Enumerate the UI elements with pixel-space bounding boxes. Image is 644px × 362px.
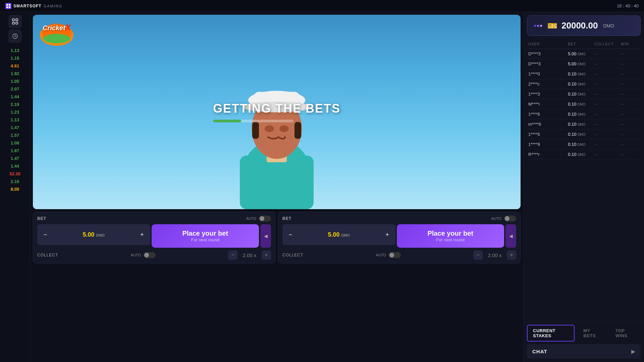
- stakes-collect: --: [594, 112, 621, 117]
- svg-rect-21: [252, 122, 259, 139]
- bet-panel-1: BET AUTO − 5.00 DMO +: [33, 212, 275, 263]
- tab-current-stakes[interactable]: CURRENT STAKES: [527, 325, 575, 342]
- stakes-user: 1****0: [528, 71, 568, 76]
- stakes-bet: 0.10 DMO: [568, 71, 594, 76]
- table-row: 1****0 0.10 DMO -- --: [527, 69, 641, 79]
- collect-auto-toggle-1[interactable]: [144, 252, 156, 258]
- stakes-user: M****i: [528, 102, 568, 107]
- toggle-knob-1: [260, 216, 264, 221]
- col-user: USER: [528, 42, 568, 46]
- multiplier-item[interactable]: 1.13: [5, 47, 25, 54]
- table-row: M****i 0.10 DMO -- --: [527, 99, 641, 109]
- collect-value-row-2: − 2.00 x +: [473, 250, 516, 260]
- svg-point-11: [43, 34, 70, 43]
- auto-label-1: AUTO: [246, 217, 256, 221]
- wallet-icon: 🎫: [547, 21, 557, 31]
- collect-minus-1[interactable]: −: [228, 250, 237, 260]
- main-layout: 1.13 1.15 4.61 1.92 1.05 2.07 1.44 2.19 …: [0, 12, 644, 362]
- multiplier-item[interactable]: 1.92: [5, 70, 25, 77]
- multiplier-item[interactable]: 1.47: [5, 124, 25, 131]
- stakes-collect: --: [594, 102, 621, 107]
- multiplier-item[interactable]: 2.07: [5, 85, 25, 93]
- stakes-user: 1****9: [528, 142, 568, 147]
- history-button[interactable]: [8, 29, 22, 43]
- multiplier-item[interactable]: 1.87: [5, 147, 25, 154]
- stakes-user: R****r: [528, 152, 568, 157]
- table-row: 2****c 0.10 DMO -- --: [527, 79, 641, 89]
- balance-amount: 20000.00: [561, 20, 598, 31]
- toggle-knob-2: [505, 216, 509, 221]
- stakes-bet: 0.10 DMO: [568, 92, 594, 97]
- multiplier-item[interactable]: 1.44: [5, 163, 25, 170]
- place-bet-btn-1[interactable]: Place your bet For next round: [152, 224, 259, 248]
- collapse-btn-2[interactable]: ◀: [505, 224, 516, 248]
- brand-sub: GAMING: [44, 4, 63, 8]
- betting-area: BET AUTO − 5.00 DMO +: [30, 209, 523, 266]
- collect-value-display-1: 2.00 x: [239, 252, 260, 258]
- multiplier-item[interactable]: 1.47: [5, 155, 25, 162]
- multiplier-item[interactable]: 2.19: [5, 101, 25, 108]
- table-row: D****3 5.00 DMO -- --: [527, 59, 641, 69]
- multiplier-item[interactable]: 1.08: [5, 139, 25, 146]
- collect-row-1: COLLECT AUTO − 2.00 x +: [37, 250, 271, 260]
- collect-minus-2[interactable]: −: [473, 250, 483, 260]
- place-bet-sub-text-2: For next round: [436, 237, 465, 242]
- collect-auto-label-1: AUTO: [131, 253, 141, 257]
- clock: 16 : 40 : 40: [617, 3, 639, 8]
- top-bar: SMARTSOFT GAMING 16 : 40 : 40: [0, 0, 644, 12]
- collect-plus-2[interactable]: +: [507, 250, 516, 260]
- center-area: CricketX: [30, 12, 523, 362]
- multiplier-item[interactable]: 1.15: [5, 55, 25, 62]
- multiplier-item[interactable]: 2.16: [5, 178, 25, 185]
- tab-my-bets[interactable]: MY BETS: [577, 325, 607, 342]
- stakes-collect: --: [594, 61, 621, 66]
- place-bet-btn-2[interactable]: Place your bet For next round: [397, 224, 504, 248]
- collect-auto-toggle-2[interactable]: [389, 252, 401, 258]
- bet-plus-1[interactable]: +: [137, 229, 148, 240]
- tab-top-wins[interactable]: TOP WINS: [609, 325, 641, 342]
- multiplier-item[interactable]: 1.05: [5, 78, 25, 85]
- place-bet-sub-text-1: For next round: [191, 237, 219, 242]
- stakes-win: --: [621, 61, 639, 66]
- stakes-collect: --: [594, 122, 621, 127]
- stakes-bet: 0.10 DMO: [568, 112, 594, 117]
- stakes-user: 1****6: [528, 112, 568, 117]
- brand-area: SMARTSOFT GAMING: [5, 3, 62, 9]
- auto-label-2: AUTO: [491, 217, 501, 221]
- stakes-collect: --: [594, 81, 621, 86]
- cricket-logo: CricketX: [38, 20, 75, 47]
- place-bet-main-text-2: Place your bet: [427, 230, 473, 237]
- table-row: 1****3 0.10 DMO -- --: [527, 89, 641, 99]
- multiplier-item[interactable]: 1.23: [5, 109, 25, 116]
- bet-plus-2[interactable]: +: [382, 229, 393, 240]
- stakes-win: --: [621, 122, 639, 127]
- chat-area[interactable]: CHAT ▶: [527, 344, 641, 359]
- multiplier-item[interactable]: 52.30: [5, 170, 25, 177]
- bottom-tabs: CURRENT STAKES MY BETS TOP WINS: [524, 322, 644, 344]
- stakes-bet: 0.10 DMO: [568, 142, 594, 147]
- auto-toggle-2[interactable]: [504, 216, 516, 222]
- auto-toggle-1[interactable]: [259, 216, 271, 222]
- collapse-btn-1[interactable]: ◀: [260, 224, 271, 248]
- progress-bar: [213, 120, 293, 122]
- player-figure: [210, 48, 344, 209]
- chat-label: CHAT: [532, 349, 547, 354]
- multiplier-item[interactable]: 4.61: [5, 62, 25, 69]
- stakes-win: --: [621, 71, 639, 76]
- game-status-overlay: GETTING THE BETS: [213, 102, 340, 122]
- bet-minus-1[interactable]: −: [40, 229, 51, 240]
- multiplier-item[interactable]: 1.13: [5, 116, 25, 123]
- sidebar-controls: [8, 15, 22, 43]
- collect-label-1: COLLECT: [37, 253, 58, 257]
- multiplier-item[interactable]: 1.44: [5, 93, 25, 100]
- multiplier-item[interactable]: 1.57: [5, 132, 25, 139]
- stakes-collect: --: [594, 92, 621, 97]
- table-row: 1****6 0.10 DMO -- --: [527, 109, 641, 119]
- stakes-win: --: [621, 112, 639, 117]
- bet-minus-2[interactable]: −: [285, 229, 296, 240]
- grid-button[interactable]: [8, 15, 22, 28]
- collect-plus-1[interactable]: +: [262, 250, 271, 260]
- svg-rect-7: [16, 22, 18, 24]
- multiplier-item[interactable]: 8.05: [5, 186, 25, 193]
- collect-label-2: COLLECT: [282, 253, 303, 257]
